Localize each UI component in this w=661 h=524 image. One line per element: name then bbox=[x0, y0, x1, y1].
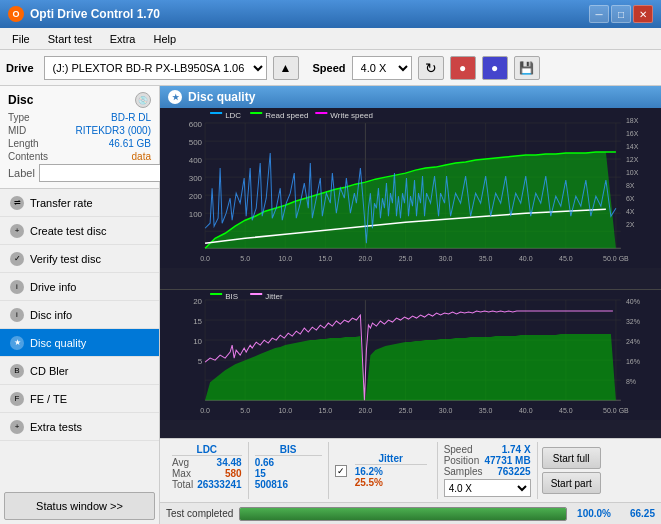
stats-bar: LDC Avg 34.48 Max 580 Total 26333241 BIS bbox=[160, 438, 661, 502]
svg-text:25.0: 25.0 bbox=[399, 255, 413, 262]
drive-select[interactable]: (J:) PLEXTOR BD-R PX-LB950SA 1.06 bbox=[44, 56, 267, 80]
svg-text:20.0: 20.0 bbox=[359, 407, 373, 414]
svg-text:5.0: 5.0 bbox=[240, 407, 250, 414]
svg-rect-90 bbox=[210, 293, 222, 295]
ldc-header: LDC bbox=[172, 444, 242, 456]
status-text: Test completed bbox=[166, 508, 233, 519]
sidebar: Disc 💿 Type BD-R DL MID RITEKDR3 (000) L… bbox=[0, 86, 160, 524]
svg-text:35.0: 35.0 bbox=[479, 407, 493, 414]
fe-te-icon: F bbox=[10, 392, 24, 406]
maximize-button[interactable]: □ bbox=[611, 5, 631, 23]
disc-type-row: Type BD-R DL bbox=[8, 112, 151, 123]
minimize-button[interactable]: ─ bbox=[589, 5, 609, 23]
verify-icon: ✓ bbox=[10, 252, 24, 266]
nav-transfer-rate[interactable]: ⇌ Transfer rate bbox=[0, 189, 159, 217]
ldc-stats: LDC Avg 34.48 Max 580 Total 26333241 bbox=[166, 442, 249, 499]
samples-row: Samples 763225 bbox=[444, 466, 531, 477]
ldc-total-row: Total 26333241 bbox=[172, 479, 242, 490]
menu-extra[interactable]: Extra bbox=[102, 31, 144, 47]
nav-verify-test-disc[interactable]: ✓ Verify test disc bbox=[0, 245, 159, 273]
disc-info-icon: i bbox=[10, 308, 24, 322]
disc-mid-row: MID RITEKDR3 (000) bbox=[8, 125, 151, 136]
nav-fe-te[interactable]: F FE / TE bbox=[0, 385, 159, 413]
charts-area: 600 500 400 300 200 100 18X 16X 14X 12X … bbox=[160, 108, 661, 438]
svg-text:10.0: 10.0 bbox=[278, 255, 292, 262]
nav-disc-info[interactable]: i Disc info bbox=[0, 301, 159, 329]
start-part-button[interactable]: Start part bbox=[542, 472, 601, 494]
svg-text:18X: 18X bbox=[626, 117, 639, 124]
main-area: Disc 💿 Type BD-R DL MID RITEKDR3 (000) L… bbox=[0, 86, 661, 524]
create-test-icon: + bbox=[10, 224, 24, 238]
nav-extra-tests[interactable]: + Extra tests bbox=[0, 413, 159, 441]
extra-tests-icon: + bbox=[10, 420, 24, 434]
chart-bis: 20 15 10 5 40% 32% 24% 16% 8% 0.0 5.0 10… bbox=[160, 290, 661, 439]
progress-bar-area: Test completed 100.0% 66.25 bbox=[160, 502, 661, 524]
svg-text:500: 500 bbox=[189, 138, 203, 147]
position-row: Position 47731 MB bbox=[444, 455, 531, 466]
svg-text:8X: 8X bbox=[626, 182, 635, 189]
jitter-checkbox[interactable]: ✓ bbox=[335, 465, 347, 477]
menu-file[interactable]: File bbox=[4, 31, 38, 47]
disc-label-row: Label 🔍 bbox=[8, 164, 151, 182]
speed-stats: Speed 1.74 X Position 47731 MB Samples 7… bbox=[438, 442, 538, 499]
disc-icon-btn[interactable]: 💿 bbox=[135, 92, 151, 108]
svg-rect-50 bbox=[315, 112, 327, 114]
app-icon: O bbox=[8, 6, 24, 22]
refresh-button[interactable]: ↻ bbox=[418, 56, 444, 80]
menu-help[interactable]: Help bbox=[145, 31, 184, 47]
svg-text:2X: 2X bbox=[626, 221, 635, 228]
transfer-rate-icon: ⇌ bbox=[10, 196, 24, 210]
svg-text:100: 100 bbox=[189, 210, 203, 219]
disc-panel: Disc 💿 Type BD-R DL MID RITEKDR3 (000) L… bbox=[0, 86, 159, 189]
progress-track bbox=[239, 507, 567, 521]
jitter-stats: Jitter 16.2% 25.5% bbox=[351, 453, 431, 488]
progress-percent: 100.0% bbox=[573, 508, 611, 519]
ldc-max-row: Max 580 bbox=[172, 468, 242, 479]
svg-text:BIS: BIS bbox=[225, 292, 238, 301]
bis-total-row: 500816 bbox=[255, 479, 322, 490]
svg-text:10: 10 bbox=[193, 337, 202, 346]
svg-text:6X: 6X bbox=[626, 195, 635, 202]
content-area: ★ Disc quality bbox=[160, 86, 661, 524]
close-button[interactable]: ✕ bbox=[633, 5, 653, 23]
progress-right-value: 66.25 bbox=[617, 508, 655, 519]
svg-text:200: 200 bbox=[189, 192, 203, 201]
nav-drive-info[interactable]: i Drive info bbox=[0, 273, 159, 301]
nav-disc-quality[interactable]: ★ Disc quality bbox=[0, 329, 159, 357]
svg-text:Read speed: Read speed bbox=[265, 111, 308, 120]
svg-text:8%: 8% bbox=[626, 378, 636, 385]
svg-text:25.0: 25.0 bbox=[399, 407, 413, 414]
start-full-button[interactable]: Start full bbox=[542, 447, 601, 469]
settings-button[interactable]: ● bbox=[450, 56, 476, 80]
speed-dropdown[interactable]: 4.0 X bbox=[444, 479, 531, 497]
svg-rect-48 bbox=[250, 112, 262, 114]
nav-cd-bler[interactable]: B CD Bler bbox=[0, 357, 159, 385]
menu-start-test[interactable]: Start test bbox=[40, 31, 100, 47]
svg-text:50.0 GB: 50.0 GB bbox=[603, 407, 629, 414]
speed-select[interactable]: 4.0 X bbox=[352, 56, 412, 80]
status-window-button[interactable]: Status window >> bbox=[4, 492, 155, 520]
eject-button[interactable]: ▲ bbox=[273, 56, 299, 80]
bis-avg-row: 0.66 bbox=[255, 457, 322, 468]
svg-text:45.0: 45.0 bbox=[559, 407, 573, 414]
jitter-header: Jitter bbox=[355, 453, 427, 465]
action-buttons: Start full Start part bbox=[538, 442, 605, 499]
content-header-icon: ★ bbox=[168, 90, 182, 104]
svg-text:40%: 40% bbox=[626, 298, 640, 305]
label-input[interactable] bbox=[39, 164, 172, 182]
jitter-max-row: 25.5% bbox=[355, 477, 427, 488]
app-title: Opti Drive Control 1.70 bbox=[30, 7, 160, 21]
svg-text:5.0: 5.0 bbox=[240, 255, 250, 262]
content-title: Disc quality bbox=[188, 90, 255, 104]
save-button[interactable]: 💾 bbox=[514, 56, 540, 80]
nav-create-test-disc[interactable]: + Create test disc bbox=[0, 217, 159, 245]
svg-text:5: 5 bbox=[198, 357, 203, 366]
ldc-avg-row: Avg 34.48 bbox=[172, 457, 242, 468]
content-header: ★ Disc quality bbox=[160, 86, 661, 108]
titlebar-left: O Opti Drive Control 1.70 bbox=[8, 6, 160, 22]
svg-text:30.0: 30.0 bbox=[439, 255, 453, 262]
jitter-group: ✓ Jitter 16.2% 25.5% bbox=[329, 442, 438, 499]
svg-text:16%: 16% bbox=[626, 358, 640, 365]
svg-text:12X: 12X bbox=[626, 156, 639, 163]
info-button[interactable]: ● bbox=[482, 56, 508, 80]
